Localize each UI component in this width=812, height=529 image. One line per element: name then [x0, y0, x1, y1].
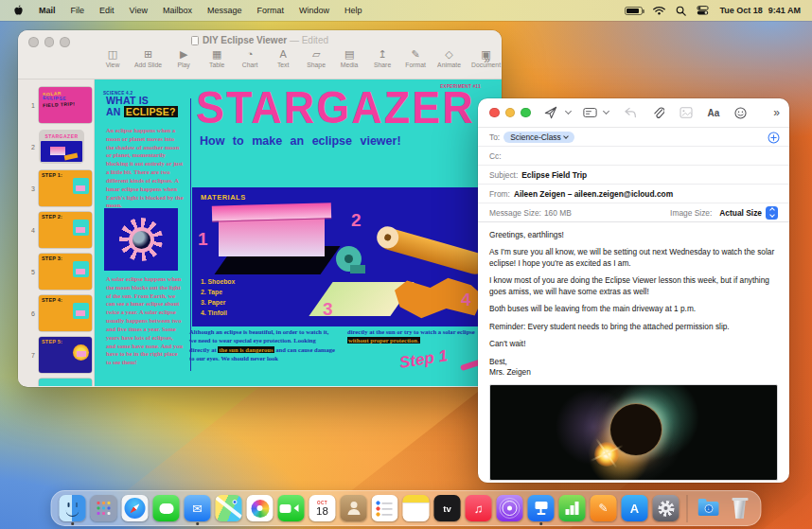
toolbar-button-icon: ◇	[445, 48, 452, 61]
safari-icon	[122, 495, 149, 521]
slide-canvas[interactable]: SCIENCE 4.2 EXPERIMENT #11 WHAT IS AN EC…	[95, 79, 502, 386]
menu-item[interactable]: File	[71, 6, 85, 15]
add-recipient-icon[interactable]	[768, 132, 780, 144]
apple-menu-icon[interactable]	[13, 5, 24, 17]
keynote-toolbar-button[interactable]: ▱ Shape	[305, 48, 327, 68]
zoom-button[interactable]	[521, 108, 531, 118]
eclipse-photo-attachment[interactable]	[489, 384, 778, 481]
menu-item[interactable]: Message	[207, 6, 242, 15]
toolbar-overflow-chevron-icon[interactable]: »	[484, 53, 490, 66]
menu-item[interactable]: Mailbox	[163, 6, 192, 15]
slide-thumbnail-6[interactable]: STEP 4:	[39, 295, 92, 331]
slide-thumbnail-1[interactable]: SOLAR ECLIPSE FIELD TRIP!	[39, 87, 92, 123]
dock-item-photos[interactable]	[246, 492, 274, 524]
pages-icon: ✎	[591, 495, 617, 521]
dock-item-messages[interactable]	[152, 492, 181, 524]
insert-photo-icon[interactable]	[680, 107, 693, 118]
slide-thumbnail-8[interactable]: DID YOU KNO	[39, 379, 92, 386]
eclipsed-moon	[132, 231, 150, 249]
slide-number: 2	[24, 144, 35, 150]
menu-item[interactable]: Edit	[99, 6, 115, 15]
attachment-icon[interactable]	[652, 106, 664, 119]
slide-thumbnail-5[interactable]: STEP 3:	[39, 254, 92, 290]
dock-item-maps[interactable]	[215, 492, 243, 524]
send-icon[interactable]	[544, 106, 557, 119]
running-indicator	[71, 522, 74, 525]
message-body-editor[interactable]: Greetings, earthlings!As I'm sure you al…	[478, 222, 789, 378]
numbers-icon	[559, 495, 586, 521]
dock-item-launchpad[interactable]	[90, 492, 118, 524]
dock-item-pages[interactable]: ✎	[590, 492, 618, 524]
keynote-toolbar-button[interactable]: ⊞ Add Slide	[134, 48, 162, 68]
close-button[interactable]	[489, 108, 500, 118]
subject-field[interactable]: Subject: Eclipse Field Trip	[478, 166, 789, 185]
menu-item[interactable]: Format	[256, 6, 284, 15]
menu-clock[interactable]: Tue Oct 18 9:41 AM	[719, 6, 801, 15]
image-size-dropdown[interactable]	[766, 206, 778, 220]
slide-thumbnail-4[interactable]: STEP 2:	[39, 212, 92, 248]
keynote-toolbar-button[interactable]: ◫ View	[101, 48, 124, 68]
slide-number: 5	[24, 269, 35, 275]
battery-icon[interactable]	[625, 7, 643, 15]
header-fields-icon[interactable]	[583, 107, 597, 118]
keynote-titlebar[interactable]: DIY Eclipse Viewer — Edited ◫ View ⊞ Add…	[18, 30, 502, 79]
mail-toolbar[interactable]: Aa »	[478, 98, 789, 128]
toolbar-more-chevron-icon[interactable]: »	[773, 106, 780, 119]
header-fields-chevron-icon[interactable]	[602, 108, 609, 115]
to-field[interactable]: To: Science-Class	[478, 128, 789, 147]
downloads-folder-icon: ↓	[696, 495, 722, 521]
dock-item-numbers[interactable]	[558, 492, 587, 524]
slide-thumbnail-2-selected[interactable]: STARGAZER	[41, 133, 82, 162]
keynote-toolbar-button[interactable]: ✎ Format	[404, 48, 427, 68]
slide-thumbnail-3[interactable]: STEP 1:	[39, 170, 92, 206]
edited-status: — Edited	[290, 35, 328, 45]
dock-item-downloads[interactable]: ↓	[695, 492, 723, 524]
from-field[interactable]: From: Aileen Zeigen – aileen.zeigen@iclo…	[478, 185, 789, 203]
dock-item-music[interactable]: ♫	[465, 492, 493, 524]
dock-item-reminders[interactable]	[371, 492, 399, 524]
menu-item[interactable]: Window	[299, 6, 329, 15]
menu-item[interactable]: View	[130, 6, 148, 15]
highlighted-phrase: without proper protection.	[347, 337, 420, 344]
launchpad-icon	[91, 495, 117, 521]
keynote-toolbar-button[interactable]: ▶ Play	[172, 48, 195, 68]
slide-thumbnail-7[interactable]: STEP 5:	[39, 337, 92, 373]
emoji-icon[interactable]	[734, 107, 747, 119]
dock-item-system-settings[interactable]	[652, 492, 680, 524]
keynote-toolbar-button[interactable]: ◔ Chart	[238, 48, 261, 68]
toolbar-button-label: Format	[405, 62, 426, 68]
search-icon[interactable]	[676, 6, 686, 16]
recipient-token[interactable]: Science-Class	[503, 132, 574, 143]
reply-icon[interactable]	[624, 107, 637, 118]
menu-app-name[interactable]: Mail	[39, 6, 56, 15]
dock-item-trash[interactable]	[726, 492, 754, 524]
dock-item-calendar[interactable]: OCT 18	[309, 492, 337, 524]
minimize-button[interactable]	[505, 108, 516, 118]
keynote-toolbar-button[interactable]: ▦ Table	[205, 48, 228, 68]
menu-item[interactable]: Help	[344, 6, 362, 15]
keynote-toolbar-button[interactable]: ↥ Share	[371, 48, 394, 68]
dock-item-podcasts[interactable]	[496, 492, 524, 524]
dock-item-facetime[interactable]	[277, 492, 306, 524]
format-text-button[interactable]: Aa	[708, 108, 720, 118]
keynote-toolbar: ◫ View ⊞ Add Slide ▶ Play ▦ Table ◔ Char…	[101, 48, 501, 68]
keynote-toolbar-button[interactable]: ▤ Media	[338, 48, 361, 68]
dock-item-keynote[interactable]	[527, 492, 556, 524]
keynote-toolbar-button[interactable]: A Text	[272, 48, 294, 68]
cc-field[interactable]: Cc:	[478, 147, 789, 166]
wifi-icon[interactable]	[653, 6, 665, 15]
dock-item-app-store[interactable]: A	[621, 492, 649, 524]
dock-item-mail[interactable]: ✉	[184, 492, 212, 524]
dock-item-tv[interactable]: tv	[433, 492, 462, 524]
send-options-chevron-icon[interactable]	[564, 108, 571, 115]
app-store-icon: A	[622, 495, 648, 521]
dock-item-finder[interactable]	[59, 492, 87, 524]
dock-item-safari[interactable]	[121, 492, 150, 524]
toolbar-button-icon: ◔	[247, 48, 254, 61]
keynote-toolbar-button[interactable]: ◇ Animate	[437, 48, 461, 68]
dock-item-notes[interactable]	[402, 492, 431, 524]
control-center-icon[interactable]	[697, 6, 709, 15]
running-indicator	[196, 522, 199, 525]
slide-number: 1	[24, 102, 35, 109]
dock-item-contacts[interactable]	[340, 492, 368, 524]
